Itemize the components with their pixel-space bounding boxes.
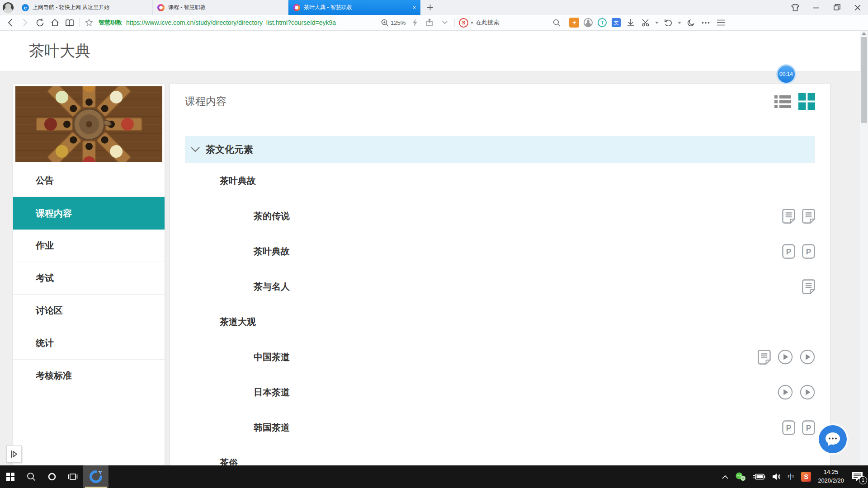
hidden-icons-chevron[interactable] [722, 475, 728, 479]
row-label: 茶的传说 [185, 210, 290, 222]
cortana-button[interactable] [42, 465, 62, 488]
home-button[interactable] [49, 17, 60, 28]
ppt-icon[interactable]: P [782, 420, 795, 435]
address-dropdown-button[interactable] [439, 17, 450, 28]
translate-extension-icon[interactable]: T [597, 18, 607, 28]
play-video-icon[interactable] [778, 349, 793, 365]
sidebar-expand-button[interactable] [6, 446, 22, 463]
night-mode-button[interactable] [685, 17, 696, 28]
forward-button[interactable] [19, 17, 30, 28]
sidebar-item-1[interactable]: 公告 [13, 164, 165, 197]
document-icon[interactable] [782, 209, 795, 224]
tshirt-icon [791, 4, 800, 12]
site-identity-badge[interactable]: 智慧职教 [99, 19, 122, 27]
sidebar-item-2[interactable]: 课程内容 [13, 197, 165, 230]
share-button[interactable] [425, 17, 435, 28]
lesson-row[interactable]: 茶叶典故PP [185, 234, 815, 269]
browser-tab[interactable]: 茶叶大典 - 智慧职教× [288, 0, 420, 15]
ppt-icon[interactable]: P [802, 420, 815, 435]
bookmark-star-button[interactable] [84, 17, 94, 28]
reading-mode-button[interactable] [64, 17, 75, 28]
sogou-search-engine-icon[interactable]: S [459, 18, 468, 28]
document-icon[interactable] [802, 209, 815, 224]
topic-row[interactable]: 茶叶典故 [185, 163, 815, 198]
grid-view-icon[interactable] [798, 93, 815, 110]
lesson-row[interactable]: 日本茶道 [185, 375, 815, 410]
wechat-tray-icon[interactable] [735, 472, 746, 481]
undo-close-button[interactable] [663, 17, 674, 28]
navigation-favicon: e [22, 4, 29, 11]
screenshot-button[interactable] [640, 17, 651, 28]
close-window-button[interactable] [847, 0, 868, 15]
document-icon[interactable] [802, 279, 815, 294]
lesson-row[interactable]: 中国茶道 [185, 339, 815, 375]
document-icon[interactable] [758, 350, 771, 365]
chapter-title: 茶文化元素 [206, 143, 253, 156]
action-center-button[interactable]: 1 [851, 471, 864, 483]
ppt-icon[interactable]: P [782, 244, 795, 259]
play-video-icon[interactable] [778, 385, 793, 400]
sidebar-item-6[interactable]: 统计 [13, 327, 165, 360]
more-tools-button[interactable] [700, 17, 711, 28]
search-engine-caret-icon[interactable] [470, 22, 474, 24]
play-video-icon[interactable] [800, 349, 815, 365]
refresh-button[interactable] [34, 17, 45, 28]
lesson-row[interactable]: 茶与名人 [185, 269, 815, 304]
minimize-icon [813, 5, 819, 11]
speed-mode-button[interactable] [410, 17, 420, 28]
list-view-icon[interactable] [774, 95, 791, 108]
customer-service-chat-button[interactable] [819, 425, 847, 453]
hamburger-icon [717, 19, 725, 26]
windows-taskbar: 中 S 14:25 2020/2/20 1 [0, 465, 868, 488]
topic-row[interactable]: 茶俗 [185, 445, 815, 466]
person-circle-icon [584, 18, 593, 27]
sidebar-item-7[interactable]: 考核标准 [13, 360, 165, 392]
menu-button[interactable] [715, 17, 726, 28]
zoom-control[interactable]: 125% [381, 19, 406, 27]
play-video-icon[interactable] [800, 385, 815, 400]
game-center-icon[interactable]: + [569, 18, 579, 28]
undo-caret-icon[interactable] [678, 22, 681, 24]
taskbar-app-sogou-browser[interactable] [83, 465, 108, 488]
new-tab-button[interactable] [424, 2, 436, 14]
search-icon[interactable] [553, 19, 561, 27]
chapter-section-bar[interactable]: 茶文化元素 [185, 136, 815, 163]
start-button[interactable] [0, 465, 21, 488]
sidebar-item-5[interactable]: 讨论区 [13, 295, 165, 327]
tab-close-button[interactable]: × [412, 4, 416, 11]
scroll-up-arrow[interactable] [862, 32, 866, 35]
google-translate-icon[interactable]: 文 [611, 18, 621, 28]
taskbar-clock[interactable]: 14:25 2020/2/20 [818, 468, 844, 485]
page-scrollbar[interactable] [860, 31, 868, 465]
sogou-ime-tray-icon[interactable]: S [801, 472, 811, 482]
content-header: 课程内容 [185, 84, 815, 119]
search-input[interactable]: 在此搜索 [476, 19, 551, 27]
search-box[interactable]: S 在此搜索 [459, 18, 561, 28]
volume-tray-icon[interactable] [772, 473, 781, 480]
topic-row[interactable]: 茶道大观 [185, 304, 815, 339]
user-avatar[interactable] [3, 2, 14, 13]
ime-indicator[interactable]: 中 [788, 473, 794, 481]
taskbar-search-button[interactable] [21, 465, 42, 488]
download-button[interactable] [625, 17, 636, 28]
row-label: 日本茶道 [185, 386, 290, 399]
sidebar-item-3[interactable]: 作业 [13, 230, 165, 262]
task-view-button[interactable] [62, 465, 83, 488]
back-button[interactable] [5, 17, 15, 28]
lesson-row[interactable]: 韩国茶道PP [185, 410, 815, 445]
minimize-button[interactable] [806, 0, 826, 15]
sidebar-item-label: 作业 [36, 239, 54, 252]
account-extension-icon[interactable] [583, 18, 593, 28]
lesson-row[interactable]: 茶的传说 [185, 198, 815, 234]
restore-button[interactable] [826, 0, 847, 15]
address-bar-url[interactable]: https://www.icve.com.cn/study/directory/… [126, 19, 377, 26]
theme-skin-button[interactable] [785, 0, 806, 15]
browser-tab[interactable]: e上网导航 - 轻快上网 从这里开始 [17, 0, 153, 15]
resource-icons [782, 209, 815, 224]
ppt-icon[interactable]: P [802, 244, 815, 259]
scrollbar-thumb[interactable] [861, 37, 867, 123]
sidebar-item-4[interactable]: 考试 [13, 262, 165, 295]
browser-tab[interactable]: 课程 - 智慧职教 [153, 0, 288, 15]
battery-tray-icon[interactable] [753, 474, 765, 480]
screenshot-caret-icon[interactable] [655, 22, 659, 24]
